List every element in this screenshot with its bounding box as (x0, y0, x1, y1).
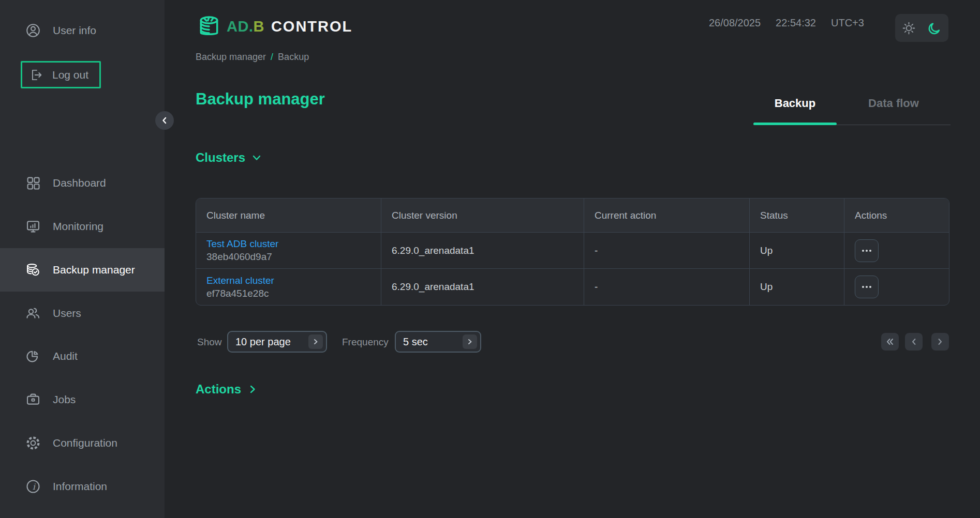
chevron-right-icon (247, 384, 258, 394)
adb-control-app: User info Log out (0, 0, 980, 518)
actions-section-toggle[interactable]: Actions (196, 382, 258, 397)
sidebar-item-audit[interactable]: Audit (0, 334, 165, 378)
svg-text:i: i (33, 482, 36, 492)
column-header-cluster-name: Cluster name (196, 199, 381, 233)
sidebar-item-label: Dashboard (53, 177, 106, 189)
user-info-label: User info (53, 24, 96, 37)
table-row-cell-name: Test ADB cluster 38eb4060d9a7 (196, 233, 381, 269)
actions-section-title: Actions (196, 382, 241, 397)
chevron-down-icon (251, 153, 262, 163)
clusters-section-toggle[interactable]: Clusters (196, 150, 262, 165)
monitoring-icon (25, 219, 41, 234)
sidebar-item-label: Backup manager (53, 264, 135, 276)
chevron-right-icon (463, 334, 477, 349)
logout-label: Log out (52, 69, 88, 81)
dashboard-icon (25, 175, 41, 191)
chevron-left-icon (161, 117, 168, 124)
clusters-section-title: Clusters (196, 150, 245, 165)
cluster-name-link[interactable]: Test ADB cluster (206, 238, 278, 250)
ellipsis-icon (862, 285, 872, 288)
sidebar-item-label: Jobs (53, 393, 76, 406)
tab-bar: Backup Data flow (753, 82, 951, 125)
table-row-cell-status: Up (750, 233, 844, 269)
double-chevron-left-icon (886, 338, 894, 345)
tab-data-flow[interactable]: Data flow (837, 82, 951, 125)
sidebar-item-user-info[interactable]: User info (0, 9, 165, 52)
backup-manager-icon (25, 262, 41, 278)
table-row-cell-name: External cluster ef78a451e28c (196, 269, 381, 305)
frequency-value: 5 sec (403, 336, 428, 348)
datetime-display: 26/08/2025 22:54:32 UTC+3 (709, 17, 864, 29)
page-title: Backup manager (196, 90, 325, 109)
breadcrumb: Backup manager / Backup (196, 52, 309, 63)
sidebar-item-label: Audit (53, 350, 78, 362)
clusters-table: Cluster name Cluster version Current act… (196, 198, 949, 306)
sidebar-item-label: Configuration (53, 437, 117, 449)
moon-icon (927, 21, 942, 35)
breadcrumb-separator: / (271, 52, 273, 63)
pagination-prev-button[interactable] (905, 333, 923, 351)
column-header-current-action: Current action (584, 199, 750, 233)
time-text: 22:54:32 (776, 17, 816, 29)
tab-backup[interactable]: Backup (753, 82, 837, 125)
cluster-id: 38eb4060d9a7 (206, 251, 272, 263)
sidebar-item-label: Information (53, 480, 107, 493)
info-icon: i (25, 479, 41, 494)
users-icon (25, 306, 41, 321)
user-icon (25, 23, 41, 38)
chevron-right-icon (937, 338, 943, 345)
page-size-select[interactable]: 10 per page (227, 331, 327, 353)
table-row-cell-actions (844, 233, 949, 269)
show-label: Show (197, 331, 222, 353)
row-actions-button[interactable] (855, 239, 879, 262)
sidebar-item-dashboard[interactable]: Dashboard (0, 161, 165, 205)
sidebar-item-information[interactable]: i Information (0, 465, 165, 508)
page-size-value: 10 per page (235, 336, 291, 348)
table-row-cell-version: 6.29.0_arenadata1 (381, 269, 584, 305)
chevron-left-icon (911, 338, 917, 345)
column-header-actions: Actions (844, 199, 949, 233)
logout-icon (29, 68, 44, 82)
table-row-cell-version: 6.29.0_arenadata1 (381, 233, 584, 269)
light-theme-button[interactable] (902, 21, 916, 35)
ellipsis-icon (862, 249, 872, 252)
date-text: 26/08/2025 (709, 17, 761, 29)
pagination-first-button[interactable] (881, 333, 899, 351)
sun-icon (902, 21, 916, 35)
frequency-label: Frequency (342, 331, 389, 353)
frequency-select[interactable]: 5 sec (395, 331, 481, 353)
breadcrumb-parent[interactable]: Backup manager (196, 52, 266, 63)
sidebar: User info Log out (0, 0, 165, 518)
timezone-text: UTC+3 (831, 17, 864, 29)
pagination-next-button[interactable] (931, 333, 949, 351)
gear-icon (25, 435, 41, 451)
table-row-cell-status: Up (750, 269, 844, 305)
cluster-id: ef78a451e28c (206, 288, 269, 299)
brand-logo-text: AD.BCONTROL (227, 18, 352, 35)
audit-icon (25, 348, 41, 364)
brand-logo-icon (196, 13, 222, 40)
jobs-icon (25, 392, 41, 407)
breadcrumb-current: Backup (278, 52, 309, 63)
cluster-name-link[interactable]: External cluster (206, 275, 274, 286)
column-header-status: Status (750, 199, 844, 233)
sidebar-item-users[interactable]: Users (0, 292, 165, 335)
theme-toggle (895, 14, 948, 42)
logout-button[interactable]: Log out (21, 61, 101, 88)
sidebar-item-label: Users (53, 307, 81, 319)
sidebar-item-monitoring[interactable]: Monitoring (0, 205, 165, 248)
chevron-right-icon (308, 334, 323, 349)
sidebar-item-configuration[interactable]: Configuration (0, 421, 165, 465)
sidebar-item-label: Monitoring (53, 220, 103, 233)
sidebar-item-backup-manager[interactable]: Backup manager (0, 248, 165, 292)
sidebar-item-jobs[interactable]: Jobs (0, 378, 165, 421)
dark-theme-button[interactable] (927, 21, 942, 35)
table-row-cell-actions (844, 269, 949, 305)
sidebar-collapse-button[interactable] (155, 111, 174, 130)
row-actions-button[interactable] (855, 276, 879, 298)
brand-logo: AD.BCONTROL (196, 12, 352, 40)
table-row-cell-current-action: - (584, 269, 750, 305)
column-header-cluster-version: Cluster version (381, 199, 584, 233)
table-row-cell-current-action: - (584, 233, 750, 269)
